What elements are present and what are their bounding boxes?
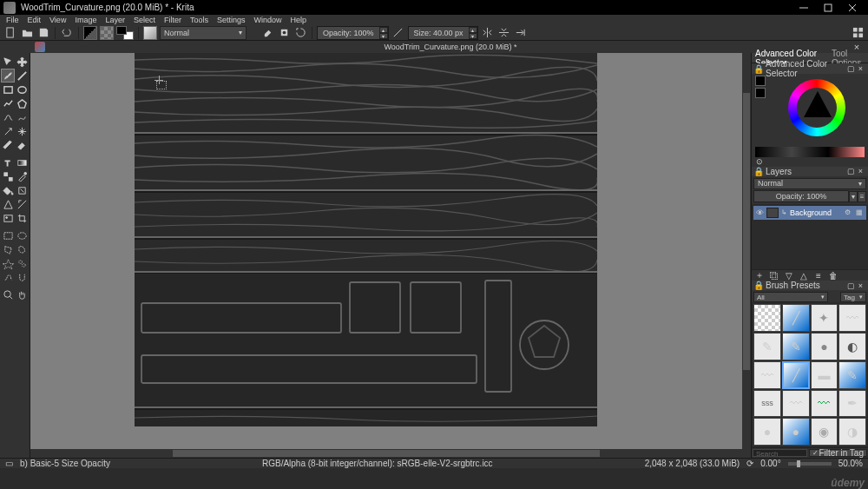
menu-window[interactable]: Window [249, 16, 286, 24]
reload-brush-button[interactable] [293, 26, 307, 40]
freehand-brush-tool[interactable] [1, 69, 15, 83]
polygon-tool[interactable] [15, 96, 29, 110]
menu-select[interactable]: Select [129, 16, 160, 24]
panel-close-button[interactable]: × [856, 281, 865, 290]
ellipse-tool[interactable] [15, 83, 29, 96]
add-layer-button[interactable]: ＋ [753, 270, 766, 281]
similar-select-tool[interactable] [15, 256, 29, 270]
bezier-select-tool[interactable] [1, 270, 15, 284]
save-file-button[interactable] [36, 26, 50, 40]
ellipse-select-tool[interactable] [15, 228, 29, 242]
menu-file[interactable]: File [2, 16, 23, 24]
wrap-around-button[interactable] [514, 26, 528, 40]
panel-close-button[interactable]: × [856, 167, 865, 176]
layer-row[interactable]: 👁 ↳ Background ⚙ ▦ [753, 206, 866, 220]
edit-shapes-tool[interactable] [1, 138, 15, 152]
move-layer-up-button[interactable]: △ [798, 270, 810, 281]
line-tool[interactable] [15, 69, 29, 83]
pattern-edit-tool[interactable] [1, 169, 15, 183]
size-down[interactable]: ▾ [469, 33, 477, 39]
maximize-button[interactable] [816, 0, 840, 15]
panel-close-button[interactable]: × [856, 64, 865, 74]
delete-layer-button[interactable]: 🗑 [827, 270, 839, 281]
pattern-swatch[interactable] [100, 26, 114, 40]
mirror-horizontal-button[interactable] [481, 26, 495, 40]
brush-preset[interactable]: ◐ [838, 333, 866, 360]
brush-preset[interactable]: ● [811, 333, 838, 360]
close-button[interactable] [840, 0, 865, 15]
magnetic-select-tool[interactable] [15, 270, 29, 284]
undo-button[interactable] [60, 26, 74, 40]
panel-float-button[interactable]: ▢ [846, 167, 856, 176]
move-layer-down-button[interactable]: ▽ [783, 270, 795, 281]
multibrush-tool[interactable] [15, 124, 29, 138]
reference-image-tool[interactable] [1, 211, 15, 225]
open-file-button[interactable] [20, 26, 34, 40]
menu-settings[interactable]: Settings [213, 16, 250, 24]
panel-float-button[interactable]: ▢ [846, 281, 856, 290]
brush-search-input[interactable]: Search [753, 449, 807, 457]
measure-tool[interactable] [15, 197, 29, 211]
opacity-up[interactable]: ▴ [379, 27, 388, 33]
pin-icon[interactable]: ⊙ [755, 157, 764, 166]
bezier-tool[interactable] [1, 110, 15, 124]
brush-preset[interactable] [753, 304, 781, 332]
brush-filter-tag[interactable]: Tag [840, 292, 866, 302]
brush-preset[interactable]: ◉ [811, 418, 838, 446]
horizontal-scrollbar[interactable] [30, 449, 742, 458]
brush-preset[interactable]: ✎ [838, 361, 866, 389]
layer-opacity-dropdown[interactable]: ▾ [849, 191, 858, 202]
minimize-button[interactable] [792, 0, 816, 15]
layer-blend-mode[interactable]: Normal [753, 178, 866, 189]
crop-tool[interactable] [15, 211, 29, 225]
filter-in-tag[interactable]: ✓ Filter in Tag [809, 449, 867, 457]
brush-preset[interactable]: ✦ [811, 304, 838, 332]
duplicate-layer-button[interactable]: ⿻ [768, 270, 780, 281]
menu-tools[interactable]: Tools [186, 16, 213, 24]
document-tab-title[interactable]: WoodTrim_Curvature.png (20.0 MiB) * [50, 43, 851, 51]
menu-view[interactable]: View [45, 16, 70, 24]
opacity-pressure-toggle[interactable] [391, 26, 405, 40]
color-wheel[interactable] [788, 79, 845, 136]
assistant-tool[interactable] [1, 197, 15, 211]
freehand-select-tool[interactable] [15, 242, 29, 256]
menu-help[interactable]: Help [286, 16, 312, 24]
panel-float-button[interactable]: ▢ [846, 64, 856, 74]
new-file-button[interactable] [3, 26, 17, 40]
menu-layer[interactable]: Layer [101, 16, 129, 24]
canvas[interactable] [135, 53, 597, 426]
zoom-slider[interactable] [788, 462, 832, 466]
polygon-select-tool[interactable] [1, 242, 15, 256]
blend-mode-select[interactable]: Normal [160, 26, 247, 40]
dynamic-brush-tool[interactable] [1, 124, 15, 138]
status-zoom[interactable]: 50.0% [838, 459, 863, 468]
shade-strip[interactable] [755, 147, 865, 157]
gradient-edit-tool[interactable] [15, 155, 29, 169]
polyline-tool[interactable] [1, 96, 15, 110]
menu-filter[interactable]: Filter [160, 16, 186, 24]
fg-bg-color[interactable] [116, 26, 134, 40]
brush-preset[interactable]: 〰 [811, 390, 838, 418]
fill-tool[interactable] [1, 183, 15, 197]
brush-preview[interactable] [143, 26, 157, 40]
brush-preset[interactable]: ╱ [782, 361, 810, 389]
color-sampler-tool[interactable] [15, 169, 29, 183]
layer-name[interactable]: Background [790, 208, 842, 217]
mirror-vertical-button[interactable] [497, 26, 511, 40]
transform-tool[interactable] [1, 55, 15, 69]
rectangle-tool[interactable] [1, 83, 15, 96]
pan-tool[interactable] [15, 287, 29, 301]
brush-preset[interactable]: ✎ [753, 333, 781, 360]
brush-preset[interactable]: ╱ [782, 304, 810, 332]
brush-preset[interactable]: ◑ [838, 418, 866, 446]
brush-preset[interactable]: 〰 [782, 390, 810, 418]
brush-preset[interactable]: ● [753, 418, 781, 446]
menu-image[interactable]: Image [70, 16, 101, 24]
move-tool[interactable] [15, 55, 29, 69]
zoom-tool[interactable] [1, 287, 15, 301]
calligraphy-tool[interactable] [15, 138, 29, 152]
color-triangle[interactable] [804, 91, 832, 117]
vertical-scrollbar[interactable] [742, 53, 751, 449]
rect-select-tool[interactable] [1, 228, 15, 242]
brush-preset[interactable]: ✎ [782, 333, 810, 360]
